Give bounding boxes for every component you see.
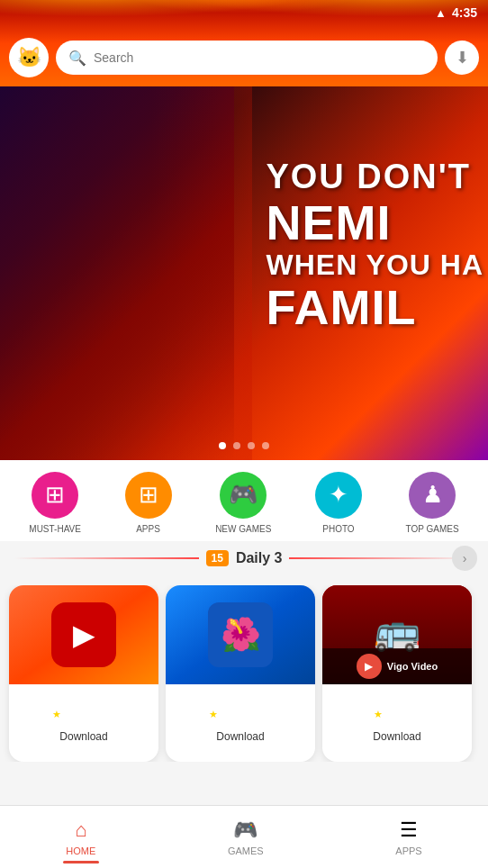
nav-home[interactable]: ⌂ HOME — [66, 818, 95, 856]
category-photo[interactable]: ✦ PHOTO — [315, 472, 362, 534]
must-have-label: MUST-HAVE — [29, 524, 81, 534]
status-bar: ▲ 4:35 — [0, 0, 488, 25]
category-apps[interactable]: ⊞ APPS — [125, 472, 172, 534]
top-games-icon: ♟ — [409, 472, 456, 519]
banner-text: YOU DON'T NEMI WHEN YOU HA FAMIL — [266, 158, 488, 335]
daily-badge: 15 — [206, 550, 229, 566]
app-card-love-flowers: 🌺 Love Flowers ★ 4.9 | 2.6MB Download — [166, 585, 315, 762]
dot-4[interactable] — [262, 442, 269, 449]
telolet-info: Telolet Bus Simula... ★ 4.9 | 3... Downl… — [322, 684, 472, 762]
daily-arrow-button[interactable]: › — [452, 546, 477, 571]
apps-nav-label: APPS — [395, 845, 421, 856]
dot-3[interactable] — [248, 442, 255, 449]
download-icon: ⬇ — [456, 48, 469, 68]
new-games-icon: 🎮 — [220, 472, 267, 519]
love-flowers-download-button[interactable]: Download — [183, 726, 298, 747]
jiotv-download-button[interactable]: Download — [26, 726, 141, 747]
dot-2[interactable] — [233, 442, 240, 449]
vigo-text: Vigo Video — [387, 661, 438, 672]
daily-title: Daily 3 — [236, 550, 283, 566]
card-bg-jiotv: ▶ — [9, 585, 158, 684]
hero-banner: YOU DON'T NEMI WHEN YOU HA FAMIL — [0, 86, 488, 460]
nav-apps[interactable]: ☰ APPS — [395, 818, 421, 856]
video-overlay: ▶ Vigo Video — [322, 648, 472, 684]
wifi-icon: ▲ — [435, 6, 447, 20]
app-card-telolet: 🚌 ▶ Vigo Video Telolet Bus Simula... ★ 4… — [322, 585, 472, 762]
dot-1[interactable] — [219, 442, 226, 449]
category-new-games[interactable]: 🎮 NEW GAMES — [215, 472, 271, 534]
category-top-games[interactable]: ♟ TOP GAMES — [406, 472, 459, 534]
bottom-navigation: ⌂ HOME 🎮 GAMES ☰ APPS — [0, 805, 488, 868]
category-must-have[interactable]: ⊞ MUST-HAVE — [29, 472, 81, 534]
card-bg-loveflowers: 🌺 — [166, 585, 315, 684]
telolet-download-button[interactable]: Download — [339, 726, 455, 747]
apps-nav-icon: ☰ — [400, 818, 418, 842]
search-icon: 🔍 — [68, 50, 86, 67]
app-cards-row: ▶ JioTV Live Sports ★ 4.9 | 8.6MB Downlo… — [0, 585, 488, 762]
banner-dots — [219, 442, 269, 449]
apps-icon: ⊞ — [125, 472, 172, 519]
download-button[interactable]: ⬇ — [445, 41, 479, 75]
love-flowers-name: Love Flowers — [173, 692, 308, 705]
daily-section: 15 Daily 3 › — [0, 541, 488, 575]
love-flowers-rating: ★ 4.9 | 2.6MB — [173, 709, 308, 720]
top-games-label: TOP GAMES — [406, 524, 459, 534]
categories-bar: ⊞ MUST-HAVE ⊞ APPS 🎮 NEW GAMES ✦ PHOTO ♟… — [0, 460, 488, 541]
home-icon: ⌂ — [75, 818, 86, 842]
play-button[interactable]: ▶ — [357, 654, 382, 679]
telolet-rating: ★ 4.9 | 3... — [330, 709, 465, 720]
card-bg-telolet: 🚌 ▶ Vigo Video — [322, 585, 472, 684]
games-icon: 🎮 — [233, 818, 258, 842]
search-input[interactable] — [94, 50, 425, 65]
jiotv-rating: ★ 4.9 | 8.6MB — [16, 709, 151, 720]
jiotv-info: JioTV Live Sports ★ 4.9 | 8.6MB Download — [9, 684, 158, 762]
search-bar[interactable]: 🔍 — [56, 41, 438, 75]
daily-line-right — [289, 557, 474, 559]
time-display: 4:35 — [452, 5, 477, 20]
love-flowers-icon: 🌺 — [208, 602, 273, 667]
nav-games[interactable]: 🎮 GAMES — [228, 818, 264, 856]
games-label: GAMES — [228, 845, 264, 856]
love-flowers-info: Love Flowers ★ 4.9 | 2.6MB Download — [166, 684, 315, 762]
apps-label: APPS — [136, 524, 160, 534]
daily-line-left — [14, 557, 199, 559]
app-logo[interactable]: 🐱 — [9, 38, 49, 77]
app-card-jiotv: ▶ JioTV Live Sports ★ 4.9 | 8.6MB Downlo… — [9, 585, 158, 762]
home-label: HOME — [66, 845, 95, 856]
photo-label: PHOTO — [322, 524, 354, 534]
jiotv-name: JioTV Live Sports — [16, 692, 151, 705]
must-have-icon: ⊞ — [32, 472, 78, 519]
telolet-name: Telolet Bus Simula... — [330, 692, 465, 705]
jiotv-icon: ▶ — [51, 602, 116, 667]
new-games-label: NEW GAMES — [215, 524, 271, 534]
home-active-indicator — [63, 861, 99, 863]
photo-icon: ✦ — [315, 472, 362, 519]
